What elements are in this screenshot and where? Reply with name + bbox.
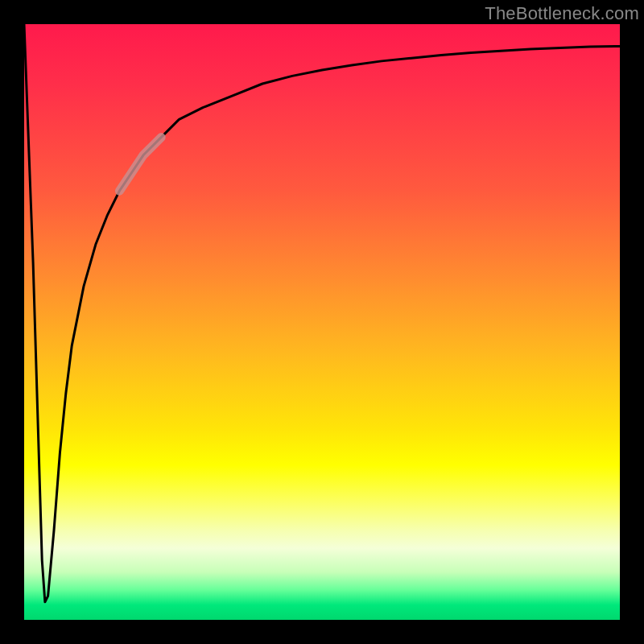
plot-area (24, 24, 620, 620)
curve-highlight-segment (119, 138, 161, 192)
curve-svg (24, 24, 620, 620)
chart-frame: TheBottleneck.com (0, 0, 644, 644)
watermark-text: TheBottleneck.com (485, 3, 639, 24)
bottleneck-curve (24, 24, 620, 602)
